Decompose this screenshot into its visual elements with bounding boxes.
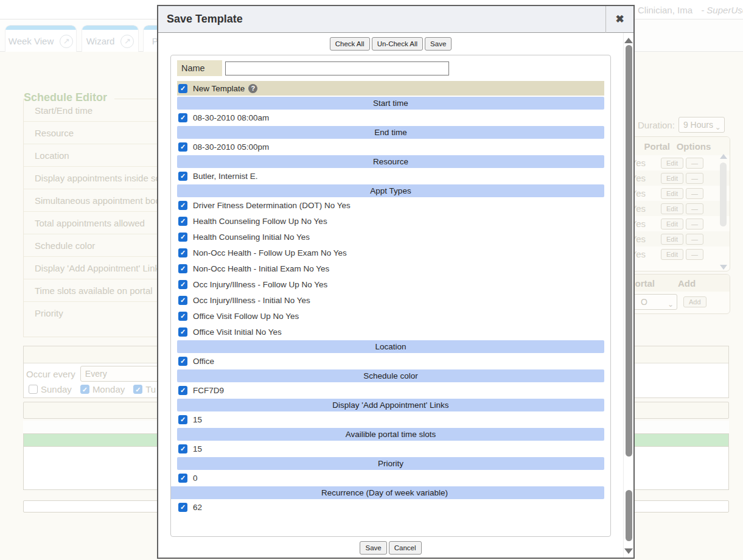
field-checkbox[interactable]: ✓ — [178, 503, 187, 512]
dash-button[interactable]: — — [686, 234, 703, 245]
field-value: Health Counseling Initial No Yes — [193, 233, 310, 242]
edit-button[interactable]: Edit — [661, 249, 683, 260]
dash-button[interactable]: — — [686, 188, 703, 199]
template-field-row: ✓Office — [177, 354, 604, 369]
field-checkbox[interactable]: ✓ — [178, 217, 187, 226]
bottom-save-button[interactable]: Save — [360, 541, 386, 555]
field-value: 15 — [193, 444, 202, 453]
field-checkbox[interactable]: ✓ — [178, 474, 187, 483]
section-header: End time — [177, 126, 604, 139]
top-check-all-button[interactable]: Check All — [330, 37, 370, 51]
tab-label: Week View — [9, 36, 54, 46]
help-icon[interactable]: ? — [248, 84, 257, 93]
field-checkbox[interactable]: ✓ — [178, 415, 187, 424]
field-checkbox[interactable]: ✓ — [178, 280, 187, 289]
edit-button[interactable]: Edit — [661, 203, 683, 214]
template-field-row: ✓Driver Fitness Determination (DOT) No Y… — [177, 198, 604, 213]
open-in-new-icon[interactable]: ↗ — [60, 35, 73, 48]
template-field-row: ✓Office Visit Initial No Yes — [177, 324, 604, 340]
field-checkbox[interactable]: ✓ — [178, 172, 187, 181]
chevron-down-icon: ⌄ — [668, 297, 674, 310]
field-value: Office Visit Follow Up No Yes — [193, 312, 299, 321]
field-value: Driver Fitness Determination (DOT) No Ye… — [193, 201, 351, 210]
field-checkbox[interactable]: ✓ — [178, 312, 187, 321]
field-checkbox[interactable]: ✓ — [178, 327, 187, 337]
edit-button[interactable]: Edit — [661, 234, 683, 245]
dash-button[interactable]: — — [686, 249, 703, 260]
field-value: Butler, Internist E. — [193, 172, 258, 181]
template-field-row: ✓Office Visit Follow Up No Yes — [177, 309, 604, 324]
field-checkbox[interactable]: ✓ — [178, 264, 187, 273]
dialog-scrollbar[interactable] — [623, 33, 633, 558]
top-un-check-all-button[interactable]: Un-Check All — [372, 37, 423, 51]
field-checkbox[interactable]: ✓ — [178, 142, 187, 152]
template-field-row: ✓FCF7D9 — [177, 383, 604, 398]
new-template-row: ✓ New Template ? — [177, 81, 604, 96]
template-field-row: ✓Occ Injury/Illness - Initial No Yes — [177, 293, 604, 308]
field-checkbox[interactable]: ✓ — [178, 444, 187, 453]
duration-select[interactable]: 9 Hours ⌄ — [678, 117, 725, 133]
page-title: Schedule Editor — [24, 91, 114, 104]
scroll-up-icon[interactable] — [720, 154, 727, 159]
tab-wizard[interactable]: Wizard↗ — [82, 25, 139, 52]
section-header: Priority — [177, 457, 604, 470]
dash-button[interactable]: — — [686, 203, 703, 214]
duration-row: Duration: 9 Hours ⌄ — [638, 117, 725, 133]
section-header: Location — [177, 340, 604, 353]
dash-button[interactable]: — — [686, 219, 703, 229]
edit-button[interactable]: Edit — [661, 188, 683, 199]
tab-accent-strip — [82, 26, 138, 30]
template-field-row: ✓Non-Occ Health - Initial Exam No Yes — [177, 261, 604, 276]
dialog-top-buttons: Check AllUn-Check AllSave — [158, 37, 623, 51]
section-header: Availible portal time slots — [177, 428, 604, 441]
occur-every-label: Occur every — [26, 369, 75, 379]
new-template-label: New Template — [193, 84, 245, 93]
field-checkbox[interactable]: ✓ — [178, 357, 187, 366]
day-checkbox[interactable] — [29, 385, 38, 394]
field-checkbox[interactable]: ✓ — [178, 233, 187, 242]
open-in-new-icon[interactable]: ↗ — [120, 35, 134, 48]
edit-button[interactable]: Edit — [661, 158, 683, 169]
bottom-cancel-button[interactable]: Cancel — [389, 541, 422, 555]
dash-button[interactable]: — — [686, 158, 703, 169]
dash-button[interactable]: — — [686, 173, 703, 184]
field-checkbox[interactable]: ✓ — [178, 201, 187, 210]
scroll-down-icon[interactable] — [624, 548, 633, 554]
field-checkbox[interactable]: ✓ — [178, 248, 187, 257]
logged-in-user: Clinician, Ima - SuperUse — [638, 5, 743, 15]
top-save-button[interactable]: Save — [425, 37, 452, 51]
section-header: Resource — [177, 155, 604, 168]
template-field-row: ✓15 — [177, 441, 604, 457]
day-checkbox[interactable]: ✓ — [133, 385, 142, 394]
scrollbar-thumb[interactable] — [626, 45, 632, 457]
day-checkbox[interactable]: ✓ — [80, 385, 89, 394]
field-value: Non-Occ Health - Follow Up Exam No Yes — [193, 248, 347, 257]
day-option-monday: ✓Monday — [80, 384, 125, 394]
new-template-checkbox[interactable]: ✓ — [178, 84, 187, 93]
dialog-titlebar: Save Template ✖ — [158, 6, 633, 33]
scrollbar-thumb[interactable] — [720, 163, 727, 226]
scroll-up-icon[interactable] — [624, 38, 633, 43]
field-checkbox[interactable]: ✓ — [178, 113, 187, 122]
table-scrollbar[interactable] — [719, 154, 728, 270]
day-label: Monday — [92, 384, 125, 394]
user-role: - SuperUse — [701, 5, 743, 15]
close-icon[interactable]: ✖ — [605, 6, 633, 33]
occur-every-select[interactable]: Every ⌄ — [80, 366, 167, 382]
scrollbar-thumb-secondary[interactable] — [626, 490, 632, 541]
field-checkbox[interactable]: ✓ — [178, 296, 187, 305]
template-field-row: ✓08-30-2010 05:00pm — [177, 139, 604, 155]
tab-week-view[interactable]: Week View↗ — [5, 25, 77, 52]
field-value: FCF7D9 — [193, 386, 224, 395]
template-field-row: ✓15 — [177, 412, 604, 427]
edit-button[interactable]: Edit — [661, 173, 683, 184]
chevron-down-icon: ⌄ — [715, 120, 721, 133]
day-label: Tu — [145, 384, 156, 394]
field-checkbox[interactable]: ✓ — [178, 386, 187, 395]
template-name-input[interactable] — [225, 61, 449, 75]
scroll-down-icon[interactable] — [720, 265, 727, 270]
tab-accent-strip — [5, 26, 76, 30]
edit-button[interactable]: Edit — [661, 219, 683, 229]
add-button[interactable]: Add — [683, 296, 706, 307]
user-name: Clinician, Ima — [638, 5, 692, 15]
